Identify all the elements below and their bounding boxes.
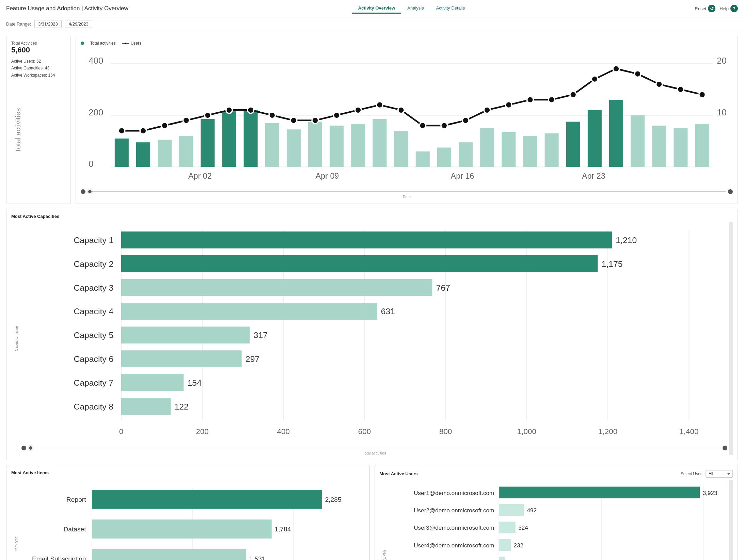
svg-rect-145: [499, 486, 700, 498]
svg-rect-16: [459, 142, 473, 167]
select-user-label: Select User:: [681, 471, 703, 476]
tab-activity-details[interactable]: Activity Details: [430, 3, 471, 14]
svg-rect-24: [631, 115, 645, 167]
svg-point-80: [656, 81, 662, 87]
capacities-range-slider[interactable]: [28, 448, 721, 448]
total-activities-value: 5,600: [11, 46, 66, 54]
help-label: Help: [719, 6, 729, 11]
svg-point-77: [591, 76, 598, 82]
svg-rect-4: [201, 119, 215, 167]
svg-text:User2@demo.onmicrosoft.com: User2@demo.onmicrosoft.com: [414, 507, 494, 514]
svg-text:Capacity 5: Capacity 5: [74, 331, 113, 340]
x-tick-apr09: Apr 09: [316, 172, 339, 180]
slider-right-dot: [728, 189, 733, 194]
svg-rect-19: [523, 136, 537, 167]
svg-text:492: 492: [527, 507, 537, 514]
svg-rect-22: [588, 110, 602, 167]
header-title: Feature Usage and Adoption | Activity Ov…: [6, 5, 128, 12]
activity-chart-svg: 400 200 0 20 10 Total activities Users: [81, 48, 733, 187]
bottom-row: Most Active Items Item type 0K1K2KReport…: [6, 465, 738, 560]
tab-analysis[interactable]: Analysis: [401, 3, 430, 14]
svg-rect-17: [480, 128, 494, 167]
svg-point-64: [312, 117, 318, 124]
select-user-dropdown[interactable]: All: [706, 470, 733, 478]
svg-rect-3: [179, 136, 193, 167]
svg-rect-121: [121, 398, 171, 415]
reset-icon: ↺: [708, 5, 715, 12]
svg-rect-13: [394, 131, 408, 167]
svg-text:Capacity 3: Capacity 3: [74, 283, 113, 292]
svg-text:631: 631: [381, 307, 395, 316]
reset-button[interactable]: Reset ↺: [695, 5, 715, 12]
capacities-chart-area: Capacity name 02004006008001,0001,2001,4…: [11, 222, 733, 455]
svg-rect-20: [545, 133, 559, 167]
x-tick-apr02: Apr 02: [188, 172, 212, 180]
users-card-header: Most Active Users Select User: All: [380, 470, 733, 478]
legend-users-item: ● Users: [122, 41, 141, 46]
legend-users-label: Users: [131, 41, 141, 46]
svg-rect-5: [222, 111, 236, 167]
svg-point-67: [377, 102, 383, 108]
cap-slider-right: [723, 446, 727, 450]
date-to[interactable]: 4/29/2023: [65, 20, 92, 28]
svg-text:User4@demo.onmicrosoft.com: User4@demo.onmicrosoft.com: [414, 542, 494, 548]
svg-point-73: [505, 102, 512, 108]
activity-slider[interactable]: [88, 191, 726, 192]
svg-text:Capacity 1: Capacity 1: [74, 236, 113, 245]
capacities-section-title: Most Active Capacities: [11, 214, 733, 219]
svg-rect-25: [652, 126, 666, 167]
items-chart-area: Item type 0K1K2KReport2,285Dataset1,784E…: [11, 479, 365, 560]
date-from[interactable]: 3/31/2023: [34, 20, 62, 28]
header-right: Reset ↺ Help ?: [695, 5, 738, 12]
svg-text:154: 154: [188, 378, 202, 387]
capacities-slider: [21, 446, 727, 450]
activity-chart-card: Total activities ● Users 400 200 0 20 1: [76, 36, 738, 204]
svg-text:User1@demo.onmicrosoft.com: User1@demo.onmicrosoft.com: [414, 490, 494, 496]
svg-point-75: [549, 97, 555, 103]
svg-point-76: [570, 91, 576, 98]
svg-rect-106: [121, 279, 432, 296]
users-chart-inner: 0K2K4KUser1@demo.onmicrosoft.com3,923Use…: [389, 480, 728, 560]
svg-rect-133: [92, 519, 272, 539]
svg-rect-23: [609, 100, 623, 167]
legend-activities-label: Total activities: [90, 41, 116, 46]
help-button[interactable]: Help ?: [719, 5, 738, 12]
capacities-card: Most Active Capacities Capacity name 020…: [6, 209, 738, 460]
svg-point-62: [269, 112, 275, 118]
users-chart-area: User (UPN) 0K2K4KUser1@demo.onmicrosoft.…: [380, 480, 733, 560]
svg-point-81: [678, 86, 684, 93]
slider-left-dot: [81, 189, 85, 194]
svg-rect-115: [121, 350, 242, 367]
svg-rect-7: [265, 123, 279, 167]
svg-rect-10: [330, 126, 344, 167]
svg-rect-1: [136, 142, 150, 167]
svg-point-55: [118, 128, 125, 134]
capacities-scrollbar[interactable]: [729, 222, 733, 455]
svg-text:297: 297: [246, 354, 259, 364]
svg-point-57: [161, 123, 168, 129]
help-icon: ?: [730, 5, 738, 12]
date-range-label: Date Range:: [6, 21, 31, 27]
svg-point-61: [248, 107, 254, 113]
date-bar: Date Range: 3/31/2023 4/29/2023: [0, 17, 744, 31]
users-y-axis-label: User (UPN): [382, 550, 386, 560]
svg-text:1,784: 1,784: [274, 526, 291, 533]
svg-point-82: [699, 91, 706, 98]
y-left-200: 200: [89, 108, 103, 117]
svg-point-79: [634, 71, 641, 77]
svg-point-58: [183, 117, 189, 124]
svg-rect-9: [308, 122, 322, 167]
svg-point-59: [205, 112, 211, 118]
users-scrollbar[interactable]: [729, 480, 733, 560]
svg-rect-151: [499, 522, 516, 533]
tab-activity-overview[interactable]: Activity Overview: [352, 3, 401, 14]
svg-point-60: [226, 107, 233, 113]
svg-rect-2: [158, 140, 172, 167]
svg-point-70: [441, 123, 447, 129]
svg-text:232: 232: [513, 542, 523, 548]
svg-text:800: 800: [439, 427, 452, 436]
y-right-10: 10: [717, 108, 727, 117]
svg-point-56: [140, 128, 146, 134]
y-left-400: 400: [89, 56, 103, 65]
svg-rect-11: [351, 124, 365, 167]
